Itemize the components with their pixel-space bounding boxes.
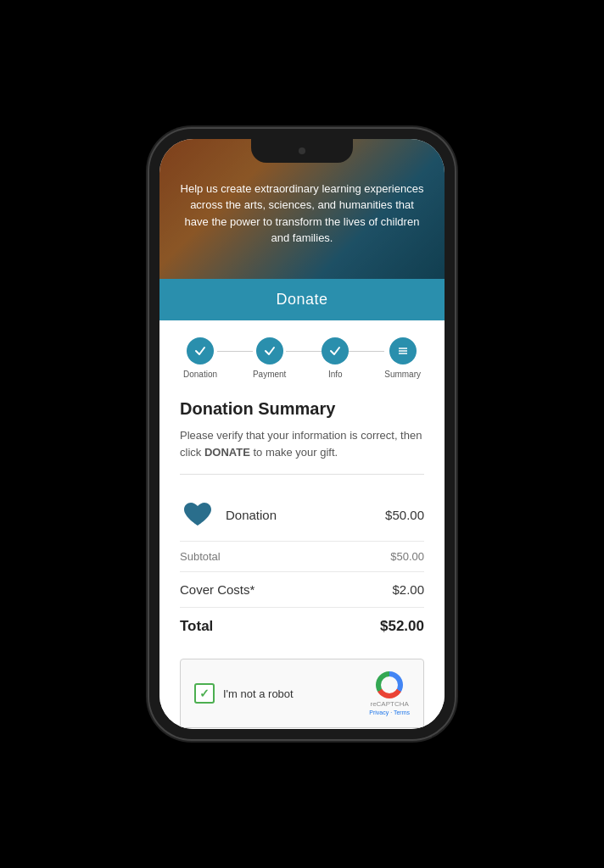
step-payment-label: Payment bbox=[253, 370, 286, 379]
recaptcha-checkbox[interactable]: ✓ bbox=[194, 683, 215, 704]
screen-scroll-container[interactable]: Help us create extraordinary learning ex… bbox=[159, 139, 445, 729]
steps-indicator: Donation Payment bbox=[180, 337, 424, 379]
step-payment: Payment bbox=[253, 337, 286, 379]
subtotal-row: Subtotal $50.00 bbox=[180, 541, 424, 571]
heart-icon bbox=[180, 497, 215, 532]
total-label: Total bbox=[180, 618, 213, 635]
main-content: Donation Payment bbox=[159, 320, 445, 729]
step-donation-label: Donation bbox=[183, 370, 217, 379]
donate-header-label: Donate bbox=[276, 291, 327, 308]
phone-frame: Help us create extraordinary learning ex… bbox=[149, 129, 455, 739]
recaptcha-logo-icon bbox=[376, 671, 403, 698]
step-summary-label: Summary bbox=[384, 370, 421, 379]
subtotal-label: Subtotal bbox=[180, 550, 221, 563]
cover-costs-amount: $2.00 bbox=[392, 582, 424, 597]
step-summary-circle bbox=[389, 337, 417, 364]
recaptcha-widget[interactable]: ✓ I'm not a robot reCAPTCHA Privacy · Te… bbox=[180, 659, 424, 728]
donate-header-bar: Donate bbox=[159, 279, 445, 320]
recaptcha-left: ✓ I'm not a robot bbox=[194, 683, 294, 704]
donation-label: Donation bbox=[226, 508, 385, 522]
divider-1 bbox=[180, 474, 424, 475]
donation-line-item: Donation $50.00 bbox=[180, 488, 424, 541]
hero-text: Help us create extraordinary learning ex… bbox=[159, 164, 445, 255]
step-line-1 bbox=[217, 351, 253, 352]
cover-costs-label: Cover Costs* bbox=[180, 582, 254, 597]
step-donation: Donation bbox=[183, 337, 217, 379]
recaptcha-brand: reCAPTCHA bbox=[370, 700, 408, 708]
recaptcha-label: I'm not a robot bbox=[223, 687, 294, 700]
donation-summary-title: Donation Summary bbox=[180, 399, 424, 419]
phone-notch bbox=[251, 139, 353, 163]
total-amount: $52.00 bbox=[380, 618, 424, 635]
step-summary: Summary bbox=[384, 337, 421, 379]
verify-text: Please verify that your information is c… bbox=[180, 427, 424, 460]
total-row: Total $52.00 bbox=[180, 607, 424, 645]
recaptcha-right: reCAPTCHA Privacy · Terms bbox=[369, 671, 410, 715]
donation-amount: $50.00 bbox=[385, 508, 424, 522]
cover-costs-row: Cover Costs* $2.00 bbox=[180, 571, 424, 607]
step-info-circle bbox=[322, 337, 349, 364]
step-info-label: Info bbox=[328, 370, 343, 379]
step-line-3 bbox=[349, 351, 384, 352]
step-line-2 bbox=[286, 351, 322, 352]
verify-text-bold: DONATE bbox=[204, 446, 250, 459]
phone-screen: Help us create extraordinary learning ex… bbox=[159, 139, 445, 729]
subtotal-amount: $50.00 bbox=[390, 550, 424, 563]
step-info: Info bbox=[322, 337, 349, 379]
step-payment-circle bbox=[256, 337, 283, 364]
verify-text-suffix: to make your gift. bbox=[250, 446, 338, 459]
step-donation-circle bbox=[187, 337, 214, 364]
recaptcha-links: Privacy · Terms bbox=[369, 709, 410, 715]
